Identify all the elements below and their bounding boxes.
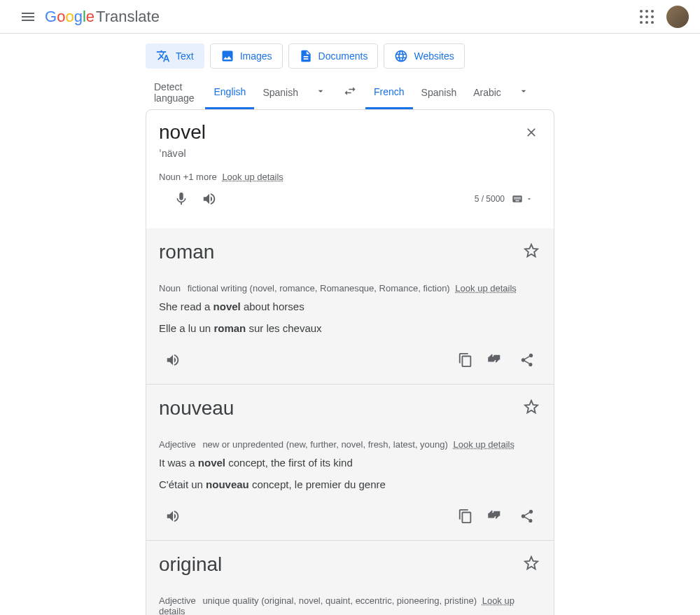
text-icon: [156, 49, 170, 63]
speaker-icon: [165, 509, 181, 524]
definition-text: new or unpredented (new, further, novel,…: [202, 439, 448, 450]
copy-icon: [458, 509, 473, 524]
swap-icon: [343, 84, 357, 98]
source-lang-detect[interactable]: Detect language: [146, 76, 205, 109]
source-text-panel: novel ˈnävəl Noun +1 more Look up detail…: [146, 110, 554, 228]
mode-tab-websites[interactable]: Websites: [384, 43, 464, 69]
star-outline-icon: [524, 399, 539, 415]
apps-grid-icon: [640, 10, 654, 24]
rate-translation-button[interactable]: [482, 346, 510, 374]
share-translation-button[interactable]: [513, 346, 541, 374]
source-pos-summary: Noun +1 more: [159, 172, 217, 182]
translation-word: roman: [159, 241, 541, 263]
thumbs-icon: [487, 353, 505, 367]
source-lang-spanish[interactable]: Spanish: [254, 76, 307, 109]
clear-source-button[interactable]: [519, 120, 544, 145]
speaker-icon: [165, 352, 181, 368]
source-lang-more[interactable]: [307, 77, 335, 108]
definition-text: fictional writing (novel, romance, Roman…: [188, 283, 450, 293]
mode-tab-text-label: Text: [176, 50, 194, 62]
listen-translation-button[interactable]: [159, 502, 187, 530]
listen-translation-button[interactable]: [159, 346, 187, 374]
source-pronunciation: ˈnävəl: [159, 148, 541, 159]
google-translate-logo[interactable]: Google Translate: [45, 8, 160, 26]
translation-result: nouveau Adjective new or unpredented (ne…: [146, 384, 554, 540]
source-lookup-link[interactable]: Look up details: [222, 172, 283, 182]
mode-tab-websites-label: Websites: [414, 50, 454, 62]
mode-tab-images-label: Images: [240, 50, 272, 62]
account-avatar[interactable]: [666, 6, 689, 28]
image-icon: [220, 49, 234, 63]
copy-icon: [458, 352, 473, 368]
chevron-down-icon: [526, 195, 533, 202]
main-menu-button[interactable]: [11, 0, 45, 34]
translation-result: original Adjective unique quality (origi…: [146, 540, 554, 615]
close-icon: [524, 125, 538, 139]
example-french: C'était un nouveau concept, le premier d…: [159, 477, 541, 493]
save-translation-button[interactable]: [519, 394, 544, 420]
speaker-icon: [202, 191, 217, 207]
keyboard-icon: [510, 193, 524, 205]
chevron-down-icon: [518, 85, 529, 97]
keyboard-button[interactable]: [510, 193, 533, 205]
mode-tab-images[interactable]: Images: [210, 43, 283, 69]
share-icon: [519, 352, 535, 368]
source-lang-english[interactable]: English: [205, 76, 254, 109]
part-of-speech: Adjective: [159, 439, 196, 450]
share-icon: [519, 509, 535, 524]
save-translation-button[interactable]: [519, 238, 544, 263]
part-of-speech: Adjective: [159, 595, 196, 606]
example-french: Elle a lu un roman sur les chevaux: [159, 321, 541, 337]
part-of-speech: Noun: [159, 283, 181, 293]
google-apps-button[interactable]: [633, 3, 661, 31]
hamburger-icon: [20, 8, 36, 25]
translation-word: nouveau: [159, 397, 541, 420]
translation-result: roman Noun fictional writing (novel, rom…: [146, 228, 554, 384]
rate-translation-button[interactable]: [482, 502, 510, 530]
chevron-down-icon: [315, 85, 326, 97]
mode-tab-documents-label: Documents: [318, 50, 368, 62]
voice-input-button[interactable]: [167, 185, 195, 213]
lookup-details-link[interactable]: Look up details: [455, 283, 516, 293]
target-lang-arabic[interactable]: Arabic: [465, 76, 510, 109]
translation-word: original: [159, 553, 541, 576]
source-text-input[interactable]: novel: [159, 121, 541, 144]
copy-translation-button[interactable]: [451, 502, 479, 530]
share-translation-button[interactable]: [513, 502, 541, 530]
document-icon: [299, 49, 313, 63]
star-outline-icon: [524, 243, 539, 258]
google-logo-text: Google: [45, 8, 94, 26]
mode-tab-text[interactable]: Text: [146, 43, 204, 69]
definition-text: unique quality (original, novel, quaint,…: [202, 595, 477, 606]
globe-icon: [394, 49, 408, 63]
copy-translation-button[interactable]: [451, 346, 479, 374]
mode-tab-documents[interactable]: Documents: [288, 43, 379, 69]
swap-languages-button[interactable]: [335, 76, 365, 109]
microphone-icon: [174, 191, 189, 207]
character-count: 5 / 5000: [475, 194, 505, 204]
target-lang-french[interactable]: French: [365, 76, 413, 109]
thumbs-icon: [487, 509, 505, 523]
listen-source-button[interactable]: [195, 185, 223, 213]
example-english: She read a novel about horses: [159, 299, 541, 315]
example-english: It was a novel concept, the first of its…: [159, 455, 541, 471]
translate-label: Translate: [96, 8, 160, 26]
target-lang-more[interactable]: [510, 77, 538, 108]
star-outline-icon: [524, 555, 539, 571]
target-lang-spanish[interactable]: Spanish: [413, 76, 465, 109]
lookup-details-link[interactable]: Look up details: [454, 439, 514, 450]
save-translation-button[interactable]: [519, 551, 544, 576]
